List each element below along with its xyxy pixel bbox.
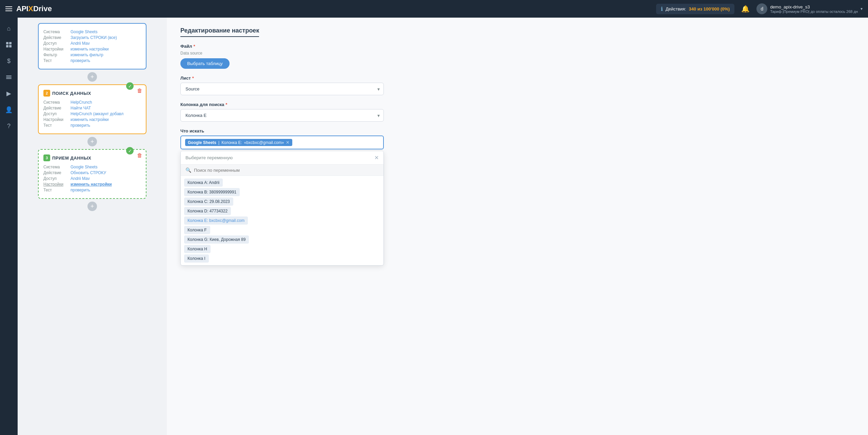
card2-header: 2 ПОИСК ДАННЫХ <box>43 90 141 97</box>
card3-value-nastroyki[interactable]: изменить настройки <box>71 182 112 187</box>
value-deystvie[interactable]: Загрузить СТРОКИ (все) <box>71 35 117 40</box>
dropdown-item-col-c[interactable]: Колонка C: 29.08.2023 <box>184 198 233 206</box>
value-test[interactable]: проверить <box>71 58 90 63</box>
choose-table-button[interactable]: Выбрать таблицу <box>180 58 230 69</box>
card2-label-sistema: Система <box>43 100 68 105</box>
tag-column-label: Колонка E: <box>221 140 242 145</box>
dropdown-item-col-a[interactable]: Колонка A: Andrii <box>184 179 223 187</box>
dropdown-item-col-d[interactable]: Колонка D: 47734322 <box>184 207 231 215</box>
header: API X Drive ℹ Действия: 340 из 100'000 (… <box>0 0 868 18</box>
dropdown-item-col-b[interactable]: Колонка B: 380999999991 <box>184 188 240 196</box>
dropdown-close-icon[interactable]: ✕ <box>374 154 379 161</box>
sheet-label: Лист * <box>180 76 854 81</box>
card2-value-nastroyki[interactable]: изменить настройки <box>71 117 108 122</box>
card-search: ✓ 🗑 2 ПОИСК ДАННЫХ Система HelpCrunch Де… <box>38 84 146 134</box>
connector-1[interactable]: + <box>87 72 97 82</box>
tariff-info: Тариф |Премиум PRO| до оплаты осталось 2… <box>770 9 858 14</box>
dropdown-item-col-i[interactable]: Колонка I <box>184 254 209 263</box>
card-source: Система Google Sheets Действие Загрузить… <box>38 23 146 69</box>
card3-value-dostup[interactable]: Andrii Mav <box>71 176 90 181</box>
logo-api: API <box>16 4 28 13</box>
sidebar-item-user[interactable]: 👤 <box>2 103 16 117</box>
card-row-nastroyki: Настройки изменить настройки <box>43 47 141 51</box>
variable-search-input[interactable] <box>194 168 379 173</box>
card2-label-nastroyki: Настройки <box>43 117 68 122</box>
sidebar-item-home[interactable]: ⌂ <box>2 22 16 35</box>
label-filtr: Фильтр <box>43 53 68 57</box>
status-count: 340 из 100'000 (0%) <box>689 6 730 12</box>
dropdown-search-bar: 🔍 <box>181 165 383 176</box>
svg-rect-4 <box>6 76 12 76</box>
dropdown-item-col-h[interactable]: Колонка H <box>184 245 211 253</box>
connector-3[interactable]: + <box>87 202 97 211</box>
svg-rect-3 <box>9 45 12 47</box>
column-search-select[interactable]: Колонка E <box>180 109 384 122</box>
logo-x: X <box>28 4 33 13</box>
value-filtr[interactable]: изменить фильтр <box>71 53 103 57</box>
tag-separator: | <box>218 140 219 145</box>
required-marker-sheet: * <box>192 76 194 81</box>
card3-value-sistema[interactable]: Google Sheets <box>71 165 97 169</box>
search-input-field[interactable]: Google Sheets | Колонка E: «bxcbxc@gmail… <box>180 136 384 149</box>
connector-2[interactable]: + <box>87 137 97 146</box>
variable-dropdown: Выберите переменную ✕ 🔍 Колонка A: Andri… <box>180 151 384 266</box>
dropdown-item-col-g[interactable]: Колонка G: Киев, Дорожная 89 <box>184 235 249 244</box>
card2-row-test: Тест проверить <box>43 123 141 128</box>
sheet-field-group: Лист * Source ▾ <box>180 76 854 95</box>
bell-icon[interactable]: 🔔 <box>741 5 750 13</box>
sidebar-item-tools[interactable] <box>2 70 16 84</box>
menu-icon[interactable] <box>5 6 12 11</box>
sidebar-item-billing[interactable]: $ <box>2 54 16 68</box>
card3-row-deystvie: Действие Обновить СТРОКУ <box>43 170 141 175</box>
file-label: Файл * <box>180 44 854 49</box>
column-search-field-group: Колонка для поиска * Колонка E ▾ <box>180 102 854 122</box>
tag-close-icon[interactable]: ✕ <box>286 140 290 145</box>
card-receive: ✓ 🗑 3 ПРИЕМ ДАННЫХ Система Google Sheets… <box>38 149 146 199</box>
left-panel: Система Google Sheets Действие Загрузить… <box>18 18 167 435</box>
chevron-down-icon: ▾ <box>861 6 863 11</box>
search-tag[interactable]: Google Sheets | Колонка E: «bxcbxc@gmail… <box>185 139 292 146</box>
card3-value-deystvie[interactable]: Обновить СТРОКУ <box>71 170 106 175</box>
card-delete-button[interactable]: 🗑 <box>137 88 142 94</box>
card-row-test: Тест проверить <box>43 58 141 63</box>
column-search-select-wrapper: Колонка E ▾ <box>180 109 384 122</box>
value-nastroyki[interactable]: изменить настройки <box>71 47 108 51</box>
sidebar-item-help[interactable]: ? <box>2 119 16 133</box>
svg-rect-2 <box>6 45 8 47</box>
svg-rect-6 <box>6 78 12 79</box>
value-dostup[interactable]: Andrii Mav <box>71 41 90 46</box>
svg-rect-1 <box>9 42 12 44</box>
label-dostup: Доступ <box>43 41 68 46</box>
card3-value-test[interactable]: проверить <box>71 188 90 192</box>
label-deystvie: Действие <box>43 35 68 40</box>
card-check-badge: ✓ <box>126 82 134 90</box>
sidebar-item-flows[interactable] <box>2 38 16 51</box>
value-sistema[interactable]: Google Sheets <box>71 29 97 34</box>
card2-label-dostup: Доступ <box>43 111 68 116</box>
card3-number: 3 <box>43 154 50 161</box>
file-field-group: Файл * Data source Выбрать таблицу <box>180 44 854 69</box>
card2-number: 2 <box>43 90 50 97</box>
card3-delete-button[interactable]: 🗑 <box>137 152 142 159</box>
status-label: Действия: <box>666 6 686 12</box>
card2-value-test[interactable]: проверить <box>71 123 90 128</box>
dropdown-placeholder-label: Выберите переменную <box>185 155 233 160</box>
svg-rect-5 <box>6 77 12 78</box>
sheet-select[interactable]: Source <box>180 83 384 95</box>
card3-check-badge: ✓ <box>126 147 134 154</box>
card3-row-sistema: Система Google Sheets <box>43 165 141 169</box>
card2-value-sistema[interactable]: HelpCrunch <box>71 100 92 105</box>
column-search-label: Колонка для поиска * <box>180 102 854 107</box>
card2-title: ПОИСК ДАННЫХ <box>52 91 91 96</box>
tag-source-label: Google Sheets <box>188 140 216 145</box>
card2-value-dostup[interactable]: HelpCrunch (аккаунт добавл <box>71 111 123 116</box>
dropdown-item-col-e[interactable]: Колонка E: bxcbxc@gmail.com <box>184 216 248 225</box>
card3-label-dostup: Доступ <box>43 176 68 181</box>
svg-rect-0 <box>6 42 8 44</box>
sidebar-item-media[interactable]: ▶ <box>2 87 16 100</box>
user-profile[interactable]: d demo_apix-drive_s3 Тариф |Премиум PRO|… <box>756 3 863 14</box>
card3-header: 3 ПРИЕМ ДАННЫХ <box>43 154 141 161</box>
card2-value-deystvie[interactable]: Найти ЧАТ <box>71 106 91 110</box>
dropdown-item-col-f[interactable]: Колонка F <box>184 226 210 234</box>
header-status: ℹ Действия: 340 из 100'000 (0%) <box>656 4 734 14</box>
